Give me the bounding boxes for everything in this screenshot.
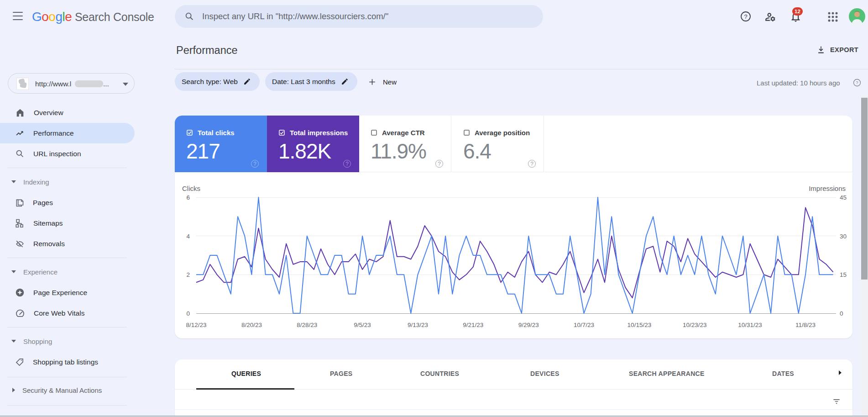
svg-text:2: 2 — [186, 271, 190, 278]
svg-text:9/29/23: 9/29/23 — [518, 322, 539, 328]
svg-text:?: ? — [856, 80, 858, 85]
svg-text:10/31/23: 10/31/23 — [738, 322, 762, 328]
svg-text:9/13/23: 9/13/23 — [408, 322, 428, 328]
svg-text:8/20/23: 8/20/23 — [241, 322, 262, 328]
svg-text:30: 30 — [840, 233, 847, 240]
svg-text:6: 6 — [186, 194, 190, 201]
svg-text:8/12/23: 8/12/23 — [186, 322, 206, 328]
svg-text:0: 0 — [840, 310, 843, 317]
svg-text:9/5/23: 9/5/23 — [354, 322, 371, 328]
svg-text:11/8/23: 11/8/23 — [795, 322, 816, 328]
svg-text:9/21/23: 9/21/23 — [463, 322, 483, 328]
svg-text:4: 4 — [186, 233, 190, 240]
svg-text:0: 0 — [186, 310, 190, 317]
svg-text:45: 45 — [840, 194, 847, 201]
svg-text:Impressions: Impressions — [809, 185, 846, 192]
svg-text:?: ? — [744, 13, 747, 20]
svg-text:10/15/23: 10/15/23 — [627, 322, 652, 328]
svg-text:8/28/23: 8/28/23 — [297, 322, 317, 328]
svg-text:15: 15 — [840, 271, 847, 278]
svg-text:Clicks: Clicks — [182, 185, 200, 192]
svg-text:10/7/23: 10/7/23 — [574, 322, 594, 328]
svg-text:10/23/23: 10/23/23 — [683, 322, 707, 328]
